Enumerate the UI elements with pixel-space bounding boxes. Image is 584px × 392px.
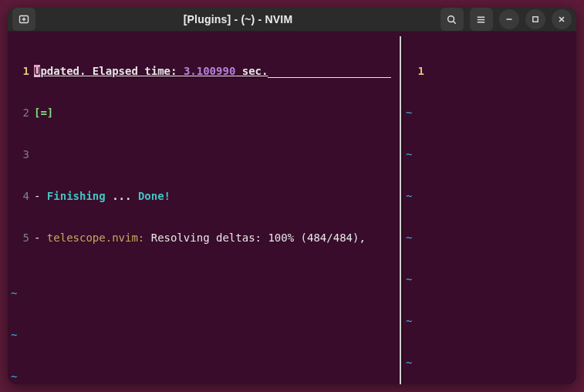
line-number: 1 [403,64,429,78]
empty-line-tilde: ~ [403,314,576,328]
empty-line-tilde: ~ [8,328,400,342]
new-tab-button[interactable] [12,8,35,31]
window-title: [Plugins] - (~) - NVIM [184,13,293,25]
buffer-line: [=] [34,106,400,120]
line-number: 4 [8,189,34,203]
line-number: 2 [8,106,34,120]
search-icon [446,14,457,25]
empty-line-tilde: ~ [8,370,400,384]
maximize-icon [531,15,540,24]
svg-rect-9 [533,17,538,22]
buffer-line: Updated. Elapsed time: 3.100990 sec. [34,64,400,78]
empty-line-tilde: ~ [403,231,576,245]
empty-line-tilde: ~ [403,147,576,161]
close-button[interactable] [552,9,572,29]
terminal[interactable]: 1 Updated. Elapsed time: 3.100990 sec. 2… [8,31,576,384]
buffer-line: - telescope.nvim: Resolving deltas: 100%… [34,231,400,245]
line-number: 3 [8,147,34,161]
buffer-line [429,64,576,78]
empty-line-tilde: ~ [403,272,576,286]
maximize-button[interactable] [525,9,545,29]
hamburger-icon [475,14,487,25]
empty-line-tilde: ~ [403,356,576,370]
svg-point-3 [448,15,454,22]
line-number: 5 [8,231,34,245]
titlebar: [Plugins] - (~) - NVIM [8,8,576,31]
right-pane[interactable]: 1 ~ ~ ~ ~ ~ ~ ~ ~ ~ ~ ~ ~ ~ ~ ~ ~ ~ [401,36,576,384]
split-panes: 1 Updated. Elapsed time: 3.100990 sec. 2… [8,36,576,384]
menu-button[interactable] [470,8,493,31]
empty-line-tilde: ~ [403,189,576,203]
buffer-line: - Finishing ... Done! [34,189,400,203]
buffer-line [34,147,400,161]
line-number: 1 [8,64,34,78]
svg-line-4 [454,21,456,23]
minimize-icon [505,15,514,24]
empty-line-tilde: ~ [8,286,400,300]
new-tab-icon [18,13,30,25]
empty-line-tilde: ~ [403,106,576,120]
left-pane[interactable]: 1 Updated. Elapsed time: 3.100990 sec. 2… [8,36,401,384]
minimize-button[interactable] [499,9,519,29]
close-icon [557,15,566,24]
search-button[interactable] [441,8,464,31]
window-frame: [Plugins] - (~) - NVIM [8,8,576,384]
